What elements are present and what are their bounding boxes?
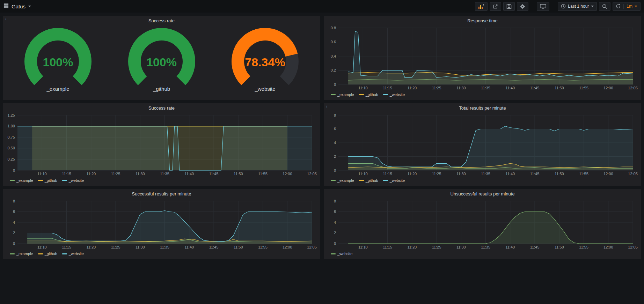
- svg-text:0: 0: [334, 82, 336, 87]
- save-button[interactable]: [503, 2, 515, 11]
- legend-item-_example[interactable]: _example: [10, 252, 33, 256]
- legend-marker-icon: [331, 180, 336, 181]
- legend-item-_example[interactable]: _example: [331, 178, 354, 183]
- panel-header[interactable]: Successful results per minute: [6, 189, 317, 198]
- time-range-label: Last 1 hour: [568, 4, 589, 9]
- svg-text:11:20: 11:20: [407, 86, 417, 90]
- legend-item-_example[interactable]: _example: [10, 178, 33, 183]
- time-range-button[interactable]: Last 1 hour: [558, 2, 597, 11]
- unsuccessful-results-chart[interactable]: 0246811:1011:1511:2011:2511:3011:3511:40…: [327, 198, 638, 251]
- navbar-left: Gatus: [3, 3, 31, 9]
- navbar-right: Last 1 hour 1m: [475, 2, 641, 11]
- svg-text:11:55: 11:55: [579, 245, 588, 249]
- svg-text:11:15: 11:15: [383, 86, 392, 90]
- dashboard-title: Gatus: [12, 3, 25, 9]
- svg-text:11:45: 11:45: [530, 245, 540, 249]
- chart-canvas[interactable]: 0246811:1011:1511:2011:2511:3011:3511:40…: [327, 198, 638, 251]
- gauge-label: _website: [216, 86, 314, 92]
- legend-marker-icon: [359, 94, 364, 95]
- svg-text:2: 2: [334, 231, 336, 235]
- svg-text:0: 0: [334, 168, 336, 172]
- svg-text:4: 4: [334, 220, 336, 224]
- svg-text:12:00: 12:00: [603, 86, 613, 90]
- panel-header[interactable]: Total results per minute: [327, 103, 638, 112]
- success-rate-chart[interactable]: 00.250.500.751.001.2511:1011:1511:2011:2…: [6, 112, 317, 177]
- add-panel-button[interactable]: [475, 2, 488, 11]
- panel-header[interactable]: Success rate: [6, 103, 317, 112]
- svg-text:11:40: 11:40: [505, 245, 515, 249]
- chart-canvas[interactable]: 0246811:1011:1511:2011:2511:3011:3511:40…: [327, 112, 638, 177]
- gauge-label: _example: [9, 86, 107, 92]
- clock-icon: [561, 4, 566, 9]
- legend-item-_website[interactable]: _website: [331, 252, 352, 256]
- svg-text:11:45: 11:45: [209, 172, 219, 176]
- settings-button[interactable]: [517, 2, 528, 11]
- svg-text:0: 0: [13, 242, 15, 246]
- svg-text:11:25: 11:25: [111, 245, 120, 249]
- response-time-chart[interactable]: 00.20.40.60.811:1011:1511:2011:2511:3011…: [327, 25, 638, 91]
- legend-label: _website: [69, 178, 84, 183]
- panel-unsuccessful-results: Unsuccessful results per minute 0246811:…: [324, 189, 641, 259]
- panel-header[interactable]: Success rate: [6, 16, 317, 25]
- svg-text:11:25: 11:25: [432, 172, 441, 176]
- svg-text:8: 8: [334, 199, 336, 203]
- panel-title: Successful results per minute: [132, 191, 191, 197]
- svg-text:11:20: 11:20: [407, 172, 417, 176]
- refresh-button[interactable]: 1m: [613, 2, 641, 11]
- legend-item-_github[interactable]: _github: [38, 252, 57, 256]
- zoom-out-button[interactable]: [599, 2, 610, 11]
- legend-item-_example[interactable]: _example: [331, 92, 354, 97]
- panel-header[interactable]: Response time: [327, 16, 638, 25]
- legend-item-_github[interactable]: _github: [359, 92, 378, 97]
- cycle-view-button[interactable]: [537, 2, 549, 11]
- panel-info-icon[interactable]: i: [326, 104, 327, 108]
- legend-marker-icon: [62, 253, 67, 254]
- share-button[interactable]: [490, 2, 501, 11]
- legend-item-_website[interactable]: _website: [62, 178, 84, 183]
- svg-text:11:50: 11:50: [234, 245, 243, 249]
- svg-text:1.25: 1.25: [8, 113, 15, 117]
- legend-marker-icon: [38, 180, 43, 181]
- dashboard-picker-button[interactable]: Gatus: [3, 3, 31, 9]
- legend-item-_github[interactable]: _github: [38, 178, 57, 183]
- chart-legend: _example_github_website: [327, 177, 638, 184]
- svg-text:2: 2: [13, 231, 15, 235]
- svg-text:11:35: 11:35: [481, 86, 490, 90]
- refresh-icon: [616, 4, 621, 9]
- chart-canvas[interactable]: 00.20.40.60.811:1011:1511:2011:2511:3011…: [327, 25, 638, 91]
- svg-text:11:30: 11:30: [456, 86, 466, 90]
- svg-text:11:25: 11:25: [432, 245, 441, 249]
- svg-text:4: 4: [334, 141, 336, 145]
- panel-header[interactable]: Unsuccessful results per minute: [327, 189, 638, 198]
- svg-text:0.25: 0.25: [8, 157, 15, 161]
- svg-text:12:05: 12:05: [307, 245, 317, 249]
- svg-text:11:45: 11:45: [209, 245, 219, 249]
- total-results-chart[interactable]: 0246811:1011:1511:2011:2511:3011:3511:40…: [327, 112, 638, 177]
- legend-item-_github[interactable]: _github: [359, 178, 378, 183]
- gauge-website: 78.34% _website: [216, 27, 314, 92]
- svg-text:11:20: 11:20: [407, 245, 417, 249]
- chart-canvas[interactable]: 0246811:1011:1511:2011:2511:3011:3511:40…: [6, 198, 317, 251]
- caret-down-icon: [28, 6, 31, 7]
- svg-text:0: 0: [13, 168, 15, 172]
- panel-info-icon[interactable]: i: [5, 17, 6, 21]
- zoom-out-icon: [602, 4, 607, 9]
- legend-marker-icon: [331, 253, 336, 254]
- svg-text:0.4: 0.4: [331, 54, 336, 58]
- successful-results-chart[interactable]: 0246811:1011:1511:2011:2511:3011:3511:40…: [6, 198, 317, 251]
- gauge-value: 100%: [9, 55, 107, 69]
- svg-text:11:10: 11:10: [358, 172, 368, 176]
- svg-text:11:55: 11:55: [258, 245, 268, 249]
- svg-text:12:05: 12:05: [628, 172, 638, 176]
- add-panel-icon: [478, 4, 484, 9]
- svg-text:11:25: 11:25: [111, 172, 120, 176]
- legend-item-_website[interactable]: _website: [62, 252, 84, 256]
- legend-item-_website[interactable]: _website: [383, 178, 405, 183]
- divider: [623, 4, 624, 9]
- chart-canvas[interactable]: 00.250.500.751.001.2511:1011:1511:2011:2…: [6, 112, 317, 177]
- svg-text:0.8: 0.8: [331, 26, 336, 30]
- dashboard-grid-icon: [3, 3, 9, 9]
- legend-label: _website: [337, 252, 352, 256]
- svg-text:11:10: 11:10: [37, 245, 47, 249]
- legend-item-_website[interactable]: _website: [383, 92, 405, 97]
